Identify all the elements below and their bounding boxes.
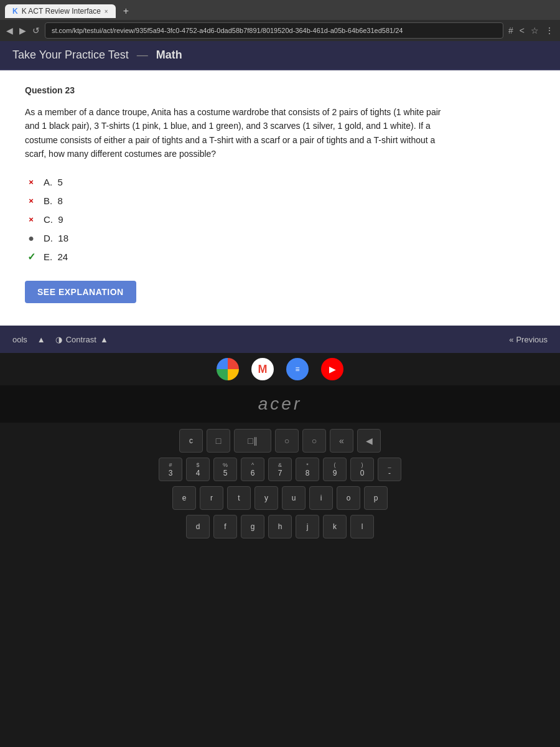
key-8[interactable]: *8 xyxy=(296,458,319,481)
toolbar-left: ools ▲ ◑ Contrast ▲ xyxy=(12,335,108,344)
keyboard-row-top: e r t y u i o p xyxy=(12,486,548,510)
choice-d-indicator: ● xyxy=(25,232,37,245)
keyboard: c □ □∥ ○ ○ « ◀ #3 $4 %5 ^6 &7 *8 (9 )0 _… xyxy=(0,423,560,747)
main-content: Question 23 As a member of a dance troup… xyxy=(0,70,560,326)
key-o[interactable]: o xyxy=(337,486,360,510)
page-content: Take Your Practice Test — Math Question … xyxy=(0,41,560,353)
choice-e-text: E. 24 xyxy=(44,251,68,262)
choice-a-text: A. 5 xyxy=(44,177,63,187)
choice-c-indicator: × xyxy=(25,214,37,226)
gmail-icon[interactable]: M xyxy=(251,358,274,380)
key-l[interactable]: l xyxy=(350,515,374,538)
key-f[interactable]: f xyxy=(213,515,237,538)
expand-icon[interactable]: ▲ xyxy=(37,335,45,344)
key-r[interactable]: r xyxy=(200,486,223,510)
active-tab[interactable]: K K ACT Review Interface × xyxy=(5,4,116,18)
choice-a[interactable]: × A. 5 xyxy=(25,176,535,189)
taskbar: M ≡ ▶ xyxy=(0,353,560,385)
key-circle1[interactable]: ○ xyxy=(275,429,299,453)
tab-icon: K xyxy=(12,7,18,16)
choice-d-text: D. 18 xyxy=(44,233,68,243)
url-bar[interactable]: st.com/ktp/testui/act/review/935f5a94-3f… xyxy=(45,22,503,39)
key-c[interactable]: c xyxy=(179,429,203,453)
tab-bar: K K ACT Review Interface × + xyxy=(0,0,560,20)
contrast-button[interactable]: ◑ Contrast ▲ xyxy=(55,335,108,344)
star-icon[interactable]: ☆ xyxy=(531,26,539,35)
bookmark-icon[interactable]: # xyxy=(508,26,513,35)
key-d[interactable]: d xyxy=(186,515,210,538)
browser-actions: # < ☆ ⋮ xyxy=(508,26,554,35)
previous-arrows-icon: « xyxy=(509,335,513,344)
toolbar-right: « Previous xyxy=(509,335,548,344)
address-bar-row: ◀ ▶ ↺ st.com/ktp/testui/act/review/935f5… xyxy=(0,20,560,41)
key-4[interactable]: $4 xyxy=(186,458,210,481)
keyboard-row-bottom: d f g h j k l xyxy=(12,515,548,538)
menu-icon[interactable]: ⋮ xyxy=(545,26,554,35)
key-y[interactable]: y xyxy=(254,486,278,510)
key-back[interactable]: « xyxy=(330,429,353,453)
key-splitscreen[interactable]: □∥ xyxy=(234,429,271,453)
key-h[interactable]: h xyxy=(268,515,292,538)
header-bar: Take Your Practice Test — Math xyxy=(0,41,560,70)
forward-button[interactable]: ▶ xyxy=(19,26,26,35)
choice-b-indicator: × xyxy=(25,195,37,207)
page-title: Take Your Practice Test — Math xyxy=(12,49,182,62)
nav-buttons: ◀ ▶ ↺ xyxy=(6,26,40,35)
docs-icon[interactable]: ≡ xyxy=(286,358,309,380)
url-text: st.com/ktp/testui/act/review/935f5a94-3f… xyxy=(52,27,403,34)
key-minus[interactable]: _- xyxy=(378,458,401,481)
keyboard-row-numbers: #3 $4 %5 ^6 &7 *8 (9 )0 _- xyxy=(12,458,548,481)
answer-choices: × A. 5 × B. 8 × C. 9 ● D. 18 ✓ E. 24 xyxy=(25,176,535,263)
tools-label: ools xyxy=(12,335,27,344)
key-g[interactable]: g xyxy=(241,515,264,538)
previous-button[interactable]: « Previous xyxy=(509,335,548,344)
key-screen[interactable]: □ xyxy=(207,429,230,453)
key-3[interactable]: #3 xyxy=(159,458,182,481)
acer-logo: acer xyxy=(258,394,302,414)
question-label: Question 23 xyxy=(25,85,535,95)
youtube-icon[interactable]: ▶ xyxy=(321,358,343,380)
key-5[interactable]: %5 xyxy=(213,458,237,481)
see-explanation-button[interactable]: SEE EXPLANATION xyxy=(25,281,136,303)
key-forward[interactable]: ◀ xyxy=(357,429,381,453)
contrast-icon: ◑ xyxy=(55,335,62,344)
key-i[interactable]: i xyxy=(309,486,333,510)
question-text: As a member of a dance troupe, Anita has… xyxy=(25,105,448,161)
key-t[interactable]: t xyxy=(227,486,251,510)
contrast-label: Contrast xyxy=(66,335,96,344)
choice-b[interactable]: × B. 8 xyxy=(25,195,535,207)
key-k[interactable]: k xyxy=(323,515,347,538)
key-9[interactable]: (9 xyxy=(323,458,347,481)
header-subject: Math xyxy=(156,49,182,61)
chrome-icon[interactable] xyxy=(217,358,239,380)
previous-label: Previous xyxy=(516,335,548,344)
choice-c[interactable]: × C. 9 xyxy=(25,214,535,226)
key-0[interactable]: )0 xyxy=(350,458,374,481)
key-7[interactable]: &7 xyxy=(268,458,292,481)
bottom-toolbar: ools ▲ ◑ Contrast ▲ « Previous xyxy=(0,326,560,353)
key-p[interactable]: p xyxy=(364,486,388,510)
tab-title: K ACT Review Interface xyxy=(22,7,101,16)
choice-a-indicator: × xyxy=(25,176,37,189)
key-e[interactable]: e xyxy=(172,486,196,510)
refresh-button[interactable]: ↺ xyxy=(32,26,40,35)
key-j[interactable]: j xyxy=(296,515,319,538)
key-6[interactable]: ^6 xyxy=(241,458,264,481)
header-main-title: Take Your Practice Test xyxy=(12,49,129,61)
tab-close-button[interactable]: × xyxy=(105,8,108,15)
choice-c-text: C. 9 xyxy=(44,214,63,225)
header-separator: — xyxy=(137,49,148,61)
key-u[interactable]: u xyxy=(282,486,306,510)
keyboard-row-fn: c □ □∥ ○ ○ « ◀ xyxy=(12,429,548,453)
acer-logo-area: acer xyxy=(0,385,560,423)
contrast-expand-icon: ▲ xyxy=(100,335,108,344)
key-circle2[interactable]: ○ xyxy=(302,429,326,453)
choice-b-text: B. 8 xyxy=(44,195,63,206)
choice-d[interactable]: ● D. 18 xyxy=(25,232,535,245)
back-button[interactable]: ◀ xyxy=(6,26,13,35)
choice-e[interactable]: ✓ E. 24 xyxy=(25,251,535,263)
choice-e-indicator: ✓ xyxy=(25,251,37,263)
back-nav-icon[interactable]: < xyxy=(520,26,525,35)
new-tab-button[interactable]: + xyxy=(118,4,134,18)
